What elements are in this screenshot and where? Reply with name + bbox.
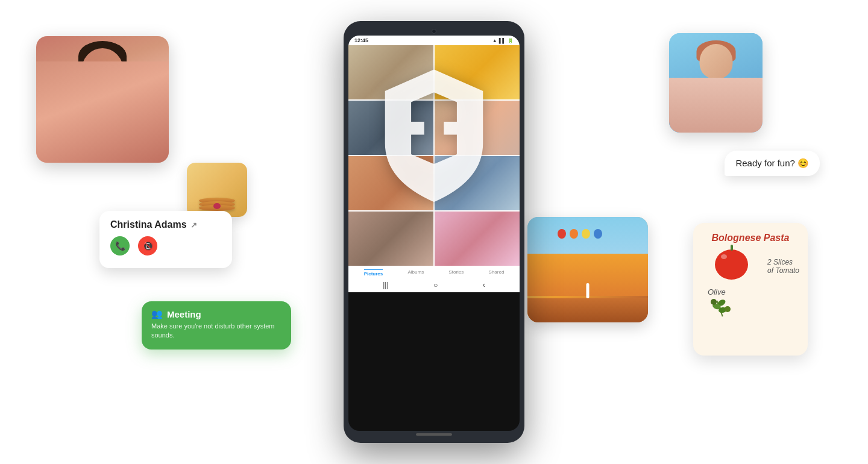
recents-icon[interactable]: ||| — [383, 281, 388, 289]
photo-cell-6[interactable] — [435, 156, 520, 210]
caller-name: Christina Adams — [110, 219, 187, 230]
ingredient2-name: Olive — [708, 287, 726, 296]
call-actions: 📞 📵 — [110, 236, 221, 256]
selfie-body — [36, 61, 169, 163]
olive-branch — [708, 299, 732, 317]
tablet-device: 12:45 ▲ ▌▌ 🔋 — [344, 21, 524, 443]
right-person-body — [669, 78, 763, 133]
photo-cell-8[interactable] — [435, 212, 520, 266]
tomato-shine — [721, 254, 727, 259]
message-bubble: Ready for fun? 😊 — [725, 151, 820, 176]
tab-albums[interactable]: Albums — [407, 269, 424, 277]
photo-cell-4[interactable] — [435, 101, 520, 155]
recipe-title: Bolognese Pasta — [702, 233, 799, 243]
tablet-indicator — [416, 433, 452, 436]
balloons-group — [558, 229, 602, 239]
balloon-orange — [570, 229, 578, 239]
tab-shared[interactable]: Shared — [489, 269, 505, 277]
status-bar: 12:45 ▲ ▌▌ 🔋 — [348, 36, 520, 45]
tomato-stem — [731, 245, 733, 251]
tab-pictures[interactable]: Pictures — [364, 269, 383, 277]
photo-cell-5[interactable] — [348, 156, 433, 210]
photo-cell-3[interactable] — [348, 101, 433, 155]
meeting-icon: 👥 — [151, 309, 163, 319]
call-notification-card: Christina Adams ↗ 📞 📵 — [99, 211, 232, 268]
system-nav: ||| ○ ‹ — [348, 278, 520, 290]
status-icons: ▲ ▌▌ 🔋 — [492, 38, 514, 43]
landscape-card — [527, 217, 648, 322]
home-icon[interactable]: ○ — [433, 281, 438, 289]
olive-fruit-2 — [725, 306, 731, 312]
meeting-title-row: 👥 Meeting — [151, 309, 281, 319]
right-person-head — [699, 44, 732, 79]
nav-tabs[interactable]: Pictures Albums Stories Shared — [348, 269, 520, 278]
message-text: Ready for fun? 😊 — [735, 158, 809, 168]
call-accept-button[interactable]: 📞 — [110, 236, 130, 256]
signal-icon: ▌▌ — [499, 38, 506, 43]
ingredient1-quantity: 2 Slices — [767, 258, 799, 266]
photo-grid — [348, 45, 520, 266]
photo-cell-2[interactable] — [435, 45, 520, 99]
recipe-tomato — [715, 249, 748, 280]
recipe-card: Bolognese Pasta 2 Slices of Tomato Olive — [693, 223, 808, 356]
call-decline-button[interactable]: 📵 — [138, 236, 157, 256]
link-icon: ↗ — [190, 221, 197, 230]
meeting-description: Make sure you're not disturb other syste… — [151, 322, 281, 340]
photo-cell-7[interactable] — [348, 212, 433, 266]
balloon-yellow — [582, 229, 590, 239]
tablet-screen: 12:45 ▲ ▌▌ 🔋 — [348, 36, 520, 431]
photo-cell-1[interactable] — [348, 45, 433, 99]
recipe-olive-section: Olive — [702, 287, 799, 317]
status-time: 12:45 — [354, 37, 368, 43]
landscape-ground — [527, 298, 648, 322]
ingredient1-name: of Tomato — [767, 266, 799, 275]
pancake-card — [187, 163, 247, 217]
right-person-card — [669, 33, 763, 133]
selfie-card — [36, 36, 169, 163]
meeting-notification-card: 👥 Meeting Make sure you're not disturb o… — [142, 301, 291, 350]
balloon-red — [558, 229, 566, 239]
meeting-title: Meeting — [167, 309, 201, 319]
recipe-tomato-section: 2 Slices of Tomato — [702, 249, 799, 283]
landscape-person-figure — [587, 283, 590, 298]
wifi-icon: ▲ — [492, 38, 497, 43]
call-name-row: Christina Adams ↗ — [110, 219, 221, 230]
olive-fruit-1 — [711, 299, 717, 305]
battery-icon: 🔋 — [508, 38, 514, 43]
pancake-berry — [213, 203, 221, 209]
back-icon[interactable]: ‹ — [483, 281, 485, 289]
recipe-tomato-label: 2 Slices of Tomato — [767, 258, 799, 275]
balloon-blue — [594, 229, 602, 239]
tab-stories[interactable]: Stories — [448, 269, 464, 277]
bottom-nav: Pictures Albums Stories Shared ||| ○ ‹ — [348, 266, 520, 292]
tablet-camera — [432, 29, 436, 34]
pancake-stack — [199, 200, 235, 211]
